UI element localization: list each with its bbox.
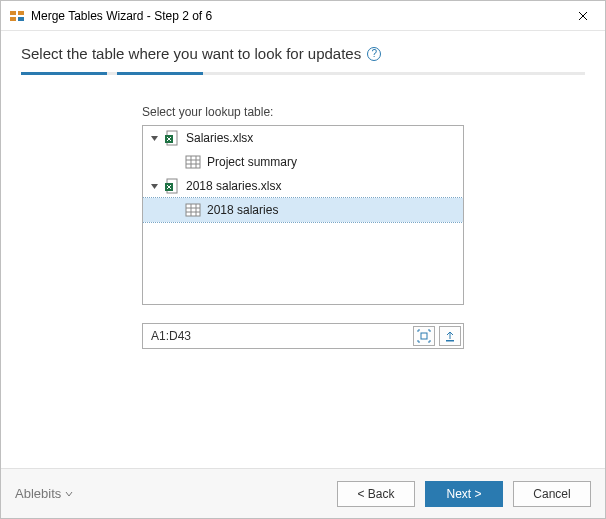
tree-sheet-row[interactable]: Project summary: [143, 150, 463, 174]
range-row: [142, 323, 464, 349]
app-icon: [9, 8, 25, 24]
back-button[interactable]: < Back: [337, 481, 415, 507]
range-input[interactable]: [149, 328, 409, 344]
sheet-icon: [185, 202, 201, 218]
chevron-down-icon[interactable]: [149, 181, 160, 192]
footer: Ablebits < Back Next > Cancel: [1, 468, 605, 518]
step-instruction-row: Select the table where you want to look …: [21, 45, 585, 62]
tree-node-label: Project summary: [205, 155, 297, 169]
svg-rect-12: [446, 340, 454, 342]
tree-node-label: 2018 salaries.xlsx: [184, 179, 281, 193]
sheet-icon: [185, 154, 201, 170]
close-button[interactable]: [560, 1, 605, 30]
content-area: Select the table where you want to look …: [1, 31, 605, 468]
tree-sheet-row[interactable]: 2018 salaries: [143, 198, 463, 222]
lookup-label: Select your lookup table:: [142, 105, 464, 119]
tree-node-label: Salaries.xlsx: [184, 131, 253, 145]
select-range-icon: [417, 329, 431, 343]
tree-node-label: 2018 salaries: [205, 203, 278, 217]
svg-rect-11: [421, 333, 427, 339]
expand-range-button[interactable]: [439, 326, 461, 346]
workbook-tree[interactable]: Salaries.xlsx Project summary: [142, 125, 464, 305]
svg-rect-2: [18, 11, 24, 15]
excel-file-icon: [164, 178, 180, 194]
brand-menu[interactable]: Ablebits: [15, 486, 73, 501]
close-icon: [578, 11, 588, 21]
progress-bar: [21, 72, 585, 75]
lookup-panel: Select your lookup table: Salaries.xlsx: [142, 105, 464, 349]
brand-label: Ablebits: [15, 486, 61, 501]
select-range-button[interactable]: [413, 326, 435, 346]
chevron-down-icon[interactable]: [149, 133, 160, 144]
excel-file-icon: [164, 130, 180, 146]
tree-workbook-row[interactable]: 2018 salaries.xlsx: [143, 174, 463, 198]
help-icon[interactable]: ?: [367, 47, 381, 61]
cancel-button[interactable]: Cancel: [513, 481, 591, 507]
svg-rect-7: [186, 156, 200, 168]
svg-rect-1: [10, 11, 16, 15]
titlebar: Merge Tables Wizard - Step 2 of 6: [1, 1, 605, 31]
next-button[interactable]: Next >: [425, 481, 503, 507]
svg-rect-3: [10, 17, 16, 21]
tree-workbook-row[interactable]: Salaries.xlsx: [143, 126, 463, 150]
expand-icon: [443, 329, 457, 343]
svg-rect-10: [186, 204, 200, 216]
svg-rect-4: [18, 17, 24, 21]
svg-rect-0: [9, 8, 25, 24]
step-instruction: Select the table where you want to look …: [21, 45, 361, 62]
chevron-down-icon: [65, 490, 73, 498]
window-title: Merge Tables Wizard - Step 2 of 6: [31, 9, 560, 23]
